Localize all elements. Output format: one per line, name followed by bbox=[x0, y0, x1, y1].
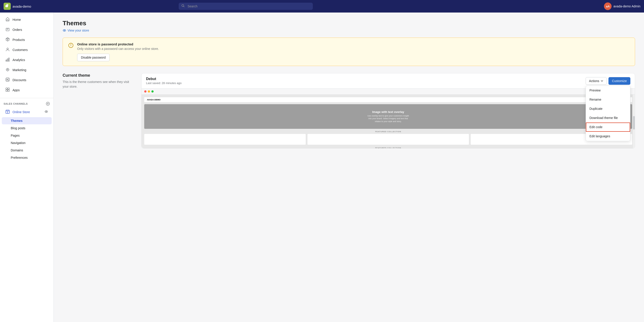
dropdown-item-download[interactable]: Download theme file bbox=[586, 113, 630, 122]
add-sales-channel-icon[interactable] bbox=[46, 102, 50, 106]
sidebar-item-marketing[interactable]: Marketing bbox=[2, 65, 52, 75]
sidebar-item-label: Customers bbox=[12, 48, 28, 52]
search-input[interactable] bbox=[179, 3, 313, 10]
search-icon bbox=[181, 4, 185, 8]
svg-point-22 bbox=[71, 46, 71, 46]
online-store-label: Online Store bbox=[12, 110, 30, 114]
marketing-icon bbox=[5, 67, 10, 72]
current-theme-description: Current theme This is the theme customer… bbox=[62, 73, 134, 89]
sidebar-sub-item-pages[interactable]: Pages bbox=[2, 132, 52, 139]
sidebar-item-discounts[interactable]: Discounts bbox=[2, 75, 52, 85]
svg-rect-6 bbox=[8, 58, 10, 61]
home-icon bbox=[5, 17, 10, 22]
sidebar-item-label: Analytics bbox=[12, 58, 25, 62]
eye-icon bbox=[62, 28, 66, 32]
sidebar-sub-item-themes[interactable]: Themes bbox=[2, 117, 52, 124]
store-logo[interactable]: avada-demo bbox=[4, 3, 31, 10]
browser-dot-fullscreen bbox=[152, 90, 154, 92]
svg-rect-14 bbox=[8, 90, 10, 92]
preview-products bbox=[144, 134, 632, 145]
preview-product-card bbox=[308, 134, 469, 145]
dropdown-item-edit-languages[interactable]: Edit languages bbox=[586, 132, 630, 141]
dropdown-item-edit-code[interactable]: Edit code bbox=[586, 122, 630, 132]
svg-point-17 bbox=[45, 111, 48, 112]
customize-button[interactable]: Customize bbox=[608, 77, 630, 85]
current-theme-heading: Current theme bbox=[62, 73, 134, 78]
svg-rect-11 bbox=[6, 88, 8, 90]
theme-actions-group: Actions Customize Preview bbox=[586, 77, 630, 85]
browser-dot-close bbox=[144, 90, 146, 92]
svg-point-3 bbox=[7, 48, 8, 50]
sidebar-item-analytics[interactable]: Analytics bbox=[2, 55, 52, 64]
preview-inner: AVADA-DEMO Home Catalog Image with text … bbox=[142, 94, 635, 148]
warning-icon bbox=[68, 43, 74, 48]
sidebar-item-label: Apps bbox=[12, 88, 20, 92]
dropdown-item-duplicate[interactable]: Duplicate bbox=[586, 104, 630, 113]
online-store-icon bbox=[5, 109, 10, 114]
view-store-label: View your store bbox=[68, 28, 89, 32]
preview-featured-label: FEATURED COLLECTION bbox=[144, 130, 632, 132]
alert-description: Only visitors with a password can access… bbox=[77, 47, 630, 50]
theme-name: Debut bbox=[146, 77, 182, 81]
preview-browser-bar bbox=[142, 88, 635, 94]
avatar: aA bbox=[604, 2, 612, 10]
actions-button[interactable]: Actions bbox=[586, 77, 607, 85]
preview-site-header: AVADA-DEMO Home Catalog bbox=[144, 97, 632, 102]
alert-title: Online store is password protected bbox=[77, 42, 630, 46]
sidebar-sub-item-preferences[interactable]: Preferences bbox=[2, 154, 52, 161]
svg-point-18 bbox=[46, 111, 47, 112]
svg-rect-5 bbox=[7, 59, 8, 61]
disable-password-button[interactable]: Disable password bbox=[77, 54, 110, 61]
sidebar-item-label: Marketing bbox=[12, 68, 26, 72]
preview-content: AVADA-DEMO Home Catalog Image with text … bbox=[142, 94, 635, 148]
sidebar-item-label: Discounts bbox=[12, 78, 26, 82]
svg-point-19 bbox=[63, 30, 66, 31]
theme-info: Debut Last saved: 28 minutes ago bbox=[146, 77, 182, 85]
actions-dropdown-menu: Preview Rename Duplicate Download theme … bbox=[586, 86, 630, 141]
store-name: avada-demo bbox=[12, 4, 31, 8]
search-container bbox=[179, 3, 313, 10]
sidebar-item-products[interactable]: Products bbox=[2, 35, 52, 44]
analytics-icon bbox=[5, 57, 10, 62]
theme-last-saved: Last saved: 28 minutes ago bbox=[146, 82, 182, 85]
current-theme-desc-text: This is the theme customers see when the… bbox=[62, 80, 134, 89]
admin-label: avada-demo Admin bbox=[613, 4, 640, 8]
preview-featured-label2: FEATURED COLLECTION bbox=[144, 147, 632, 148]
dropdown-item-rename[interactable]: Rename bbox=[586, 95, 630, 104]
products-icon bbox=[5, 37, 10, 42]
scrollbar-thumb bbox=[633, 116, 635, 130]
sidebar-item-home[interactable]: Home bbox=[2, 15, 52, 24]
svg-rect-12 bbox=[8, 88, 10, 90]
view-store-link[interactable]: View your store bbox=[62, 28, 635, 32]
sidebar-sub-item-navigation[interactable]: Navigation bbox=[2, 139, 52, 146]
svg-point-7 bbox=[7, 69, 8, 70]
preview-product-card bbox=[144, 134, 306, 145]
sidebar-sub-item-blog-posts[interactable]: Blog posts bbox=[2, 124, 52, 132]
sidebar-item-online-store[interactable]: Online Store bbox=[2, 107, 52, 117]
topnav: avada-demo aA avada-demo Admin bbox=[0, 0, 644, 12]
user-menu[interactable]: aA avada-demo Admin bbox=[604, 2, 640, 10]
sidebar-item-label: Orders bbox=[12, 28, 22, 32]
sales-channels-header: SALES CHANNELS bbox=[0, 99, 54, 107]
theme-preview: AVADA-DEMO Home Catalog Image with text … bbox=[142, 88, 635, 148]
svg-point-20 bbox=[64, 30, 65, 31]
sidebar-item-apps[interactable]: Apps bbox=[2, 85, 52, 95]
theme-card-header: Debut Last saved: 28 minutes ago Actions… bbox=[142, 73, 635, 88]
main-content: Themes View your store Online store is p… bbox=[54, 12, 644, 322]
sidebar-item-customers[interactable]: Customers bbox=[2, 45, 52, 54]
sidebar-item-label: Products bbox=[12, 38, 25, 42]
apps-icon bbox=[5, 88, 10, 92]
svg-point-8 bbox=[7, 79, 8, 80]
sidebar: Home Orders Products Customers bbox=[0, 12, 54, 322]
online-store-eye-icon[interactable] bbox=[44, 110, 48, 114]
sidebar-sub-item-domains[interactable]: Domains bbox=[2, 147, 52, 154]
browser-dot-minimize bbox=[148, 90, 150, 92]
svg-rect-4 bbox=[6, 60, 7, 61]
preview-hero: Image with text overlay Use overlay text… bbox=[144, 104, 632, 129]
svg-point-9 bbox=[8, 80, 9, 81]
svg-rect-13 bbox=[6, 90, 8, 92]
scrollbar-track[interactable] bbox=[633, 94, 635, 148]
dropdown-item-preview[interactable]: Preview bbox=[586, 86, 630, 95]
orders-icon bbox=[5, 27, 10, 32]
sidebar-item-orders[interactable]: Orders bbox=[2, 25, 52, 34]
